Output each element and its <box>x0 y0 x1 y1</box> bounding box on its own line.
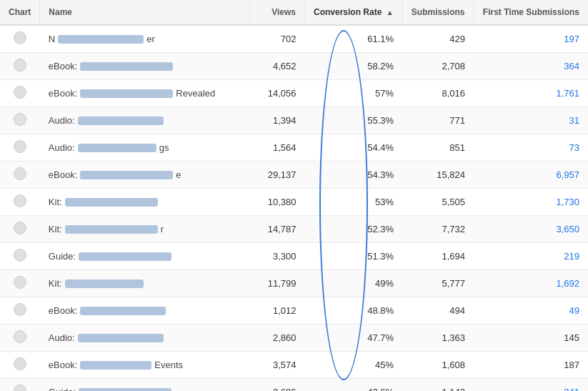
conversion-rate-cell: 42.6% <box>304 379 402 392</box>
chart-cell[interactable] <box>0 352 40 379</box>
table-row: Kit:11,79949%5,7771,692 <box>0 270 588 297</box>
submissions-cell: 5,777 <box>402 270 474 297</box>
chart-toggle-button[interactable] <box>14 385 26 391</box>
name-prefix: eBook: <box>49 88 77 99</box>
first-time-link[interactable]: 1,730 <box>556 197 579 207</box>
name-suffix: gs <box>159 142 169 153</box>
chart-toggle-button[interactable] <box>14 59 26 71</box>
submissions-cell: 1,608 <box>402 352 474 379</box>
chart-cell[interactable] <box>0 243 40 270</box>
page-wrapper: Chart Name Views Conversion Rate ▲ Submi… <box>0 0 588 391</box>
chart-cell[interactable] <box>0 25 40 53</box>
name-cell: Audio:gs <box>40 134 249 162</box>
chart-cell[interactable] <box>0 107 40 134</box>
chart-cell[interactable] <box>0 162 40 189</box>
chart-toggle-button[interactable] <box>14 222 26 234</box>
chart-cell[interactable] <box>0 134 40 162</box>
first-time-submissions-cell[interactable]: 197 <box>474 25 588 53</box>
name-cell: eBook:Events <box>40 352 249 379</box>
chart-toggle-button[interactable] <box>14 357 26 370</box>
col-header-views[interactable]: Views <box>249 0 304 25</box>
chart-cell[interactable] <box>0 189 40 216</box>
chart-cell[interactable] <box>0 216 40 243</box>
table-row: Ner70261.1%429197 <box>0 25 588 53</box>
first-time-submissions-cell[interactable]: 73 <box>474 134 588 162</box>
first-time-submissions-cell[interactable]: 1,761 <box>474 80 588 107</box>
views-cell: 29,137 <box>249 162 304 189</box>
row-name: Audio:gs <box>49 142 169 153</box>
chart-toggle-button[interactable] <box>14 303 26 316</box>
row-name: Ner <box>49 34 155 44</box>
first-time-submissions-cell[interactable]: 219 <box>474 243 588 270</box>
first-time-link[interactable]: 49 <box>569 305 579 316</box>
first-time-submissions-cell[interactable]: 1,730 <box>474 189 588 216</box>
chart-toggle-button[interactable] <box>14 140 26 153</box>
name-cell: Audio: <box>40 325 249 352</box>
chart-toggle-button[interactable] <box>14 330 26 343</box>
row-name: eBook: <box>49 305 166 316</box>
first-time-link[interactable]: 6,957 <box>556 169 579 180</box>
conversion-rate-cell: 55.3% <box>304 107 402 134</box>
table-row: eBook:e29,13754.3%15,8246,957 <box>0 162 588 189</box>
first-time-submissions-cell[interactable]: 31 <box>474 107 588 134</box>
chart-cell[interactable] <box>0 270 40 297</box>
first-time-submissions-cell[interactable]: 6,957 <box>474 162 588 189</box>
table-row: eBook:Events3,57445%1,608187 <box>0 352 588 379</box>
chart-toggle-button[interactable] <box>14 86 26 99</box>
conversion-rate-cell: 57% <box>304 80 402 107</box>
first-time-link[interactable]: 73 <box>569 142 579 153</box>
first-time-link[interactable]: 1,692 <box>556 278 579 289</box>
row-name: eBook:e <box>49 169 181 180</box>
name-redacted <box>65 225 158 234</box>
row-name: Audio: <box>49 115 164 126</box>
first-time-submissions-cell[interactable]: 364 <box>474 53 588 80</box>
first-time-link[interactable]: 3,650 <box>556 224 579 234</box>
first-time-link[interactable]: 197 <box>564 34 579 44</box>
name-prefix: Kit: <box>49 224 62 234</box>
first-time-submissions-cell: 187 <box>474 352 588 379</box>
first-time-link[interactable]: 1,761 <box>556 88 579 99</box>
chart-toggle-button[interactable] <box>14 194 26 207</box>
name-cell: Kit: <box>40 270 249 297</box>
name-redacted <box>78 334 164 342</box>
first-time-link[interactable]: 31 <box>569 115 579 126</box>
views-cell: 1,394 <box>249 107 304 134</box>
chart-toggle-button[interactable] <box>14 249 26 262</box>
col-header-conversion-rate[interactable]: Conversion Rate ▲ <box>304 0 402 25</box>
col-header-name[interactable]: Name <box>40 0 249 25</box>
conversion-rate-cell: 48.8% <box>304 297 402 325</box>
chart-toggle-button[interactable] <box>14 31 26 44</box>
first-time-link[interactable]: 241 <box>564 387 579 391</box>
table-row: Audio:gs1,56454.4%85173 <box>0 134 588 162</box>
first-time-submissions-cell[interactable]: 1,692 <box>474 270 588 297</box>
conversion-rate-cell: 54.4% <box>304 134 402 162</box>
chart-cell[interactable] <box>0 80 40 107</box>
table-row: Audio:2,86047.7%1,363145 <box>0 325 588 352</box>
name-prefix: eBook: <box>49 61 77 71</box>
views-cell: 2,860 <box>249 325 304 352</box>
first-time-link[interactable]: 219 <box>564 251 579 262</box>
submissions-cell: 2,708 <box>402 53 474 80</box>
first-time-submissions-cell[interactable]: 49 <box>474 297 588 325</box>
chart-toggle-button[interactable] <box>14 276 26 289</box>
chart-cell[interactable] <box>0 53 40 80</box>
chart-cell[interactable] <box>0 297 40 325</box>
submissions-cell: 771 <box>402 107 474 134</box>
views-cell: 1,564 <box>249 134 304 162</box>
first-time-submissions-cell[interactable]: 241 <box>474 379 588 392</box>
chart-cell[interactable] <box>0 379 40 392</box>
first-time-submissions-cell[interactable]: 3,650 <box>474 216 588 243</box>
chart-toggle-button[interactable] <box>14 167 26 180</box>
name-prefix: Guide: <box>49 387 76 391</box>
chart-cell[interactable] <box>0 325 40 352</box>
first-time-link[interactable]: 364 <box>564 61 579 71</box>
name-prefix: eBook: <box>49 305 77 316</box>
submissions-cell: 1,363 <box>402 325 474 352</box>
views-cell: 1,012 <box>249 297 304 325</box>
chart-toggle-button[interactable] <box>14 113 26 126</box>
views-cell: 14,056 <box>249 80 304 107</box>
sort-arrow-icon: ▲ <box>387 9 394 16</box>
col-header-submissions[interactable]: Submissions <box>402 0 474 25</box>
row-name: Audio: <box>49 332 164 343</box>
col-header-first-time[interactable]: First Time Submissions <box>474 0 588 25</box>
